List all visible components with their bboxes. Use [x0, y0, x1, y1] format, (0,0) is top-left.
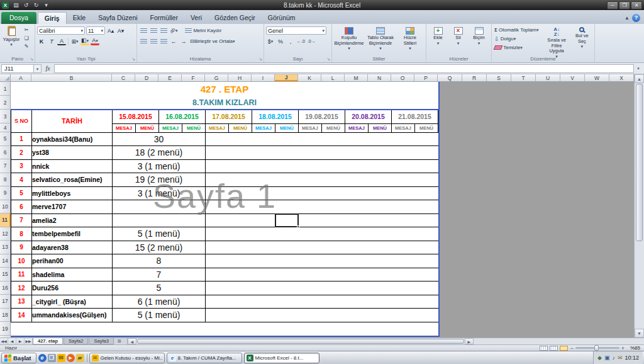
column-header-Q[interactable]: Q [438, 74, 462, 81]
cell-name-6[interactable]: merve1707 [32, 200, 113, 214]
cell-rest-12[interactable] [206, 282, 438, 295]
sheet-tab-3[interactable]: Sayfa3 [89, 338, 113, 344]
cell-name-10[interactable]: perihan00 [32, 254, 113, 268]
cell-styles-button[interactable]: Hücre Stilleri ▾ [397, 26, 423, 55]
cell-mesaj-5[interactable]: 3 (1 menü) [113, 186, 206, 200]
decrease-indent-icon[interactable]: ← [169, 37, 178, 45]
bold-button[interactable]: K [37, 37, 46, 45]
cell-rest-5[interactable] [206, 186, 438, 200]
orientation-icon[interactable]: ab▾ [169, 26, 178, 35]
zoom-in-icon[interactable]: + [621, 346, 625, 351]
align-top-icon[interactable] [139, 26, 148, 35]
wrap-text-button[interactable]: Metni Kaydır [184, 26, 222, 35]
column-header-N[interactable]: N [368, 74, 391, 81]
column-header-H[interactable]: H [228, 74, 252, 81]
cell-rest-7[interactable] [206, 213, 438, 227]
column-header-L[interactable]: L [321, 74, 345, 81]
sheet-title-etap[interactable]: 427 . ETAP [11, 82, 438, 96]
scroll-up-icon[interactable]: ▲ [635, 74, 644, 83]
borders-icon[interactable]: ⊞▾ [70, 37, 79, 45]
decrease-font-icon[interactable]: A▾ [116, 26, 125, 35]
header-sno[interactable]: S NO [11, 110, 32, 132]
cell-name-7[interactable]: amelia2 [32, 213, 113, 227]
header-date-2[interactable]: 16.08.2015 [159, 110, 206, 123]
cell-rest-8[interactable] [206, 227, 438, 241]
insert-function-button[interactable]: fx [42, 65, 54, 72]
header-menu-4[interactable]: MENÜ [275, 123, 299, 132]
currency-format-icon[interactable]: $▾ [266, 37, 275, 45]
help-icon[interactable]: ? [632, 14, 640, 22]
cell-rest-3[interactable] [206, 159, 438, 173]
column-header-T[interactable]: T [511, 74, 536, 81]
row-header-5[interactable]: 5 [0, 132, 11, 146]
ribbon-tab-7[interactable]: Görünüm [262, 12, 302, 24]
fill-button[interactable]: ⇩ Dolgu▾ [494, 35, 541, 43]
sayi-dialog-launcher-icon[interactable]: ↘ [326, 57, 330, 62]
header-tarih[interactable]: TARİH [32, 110, 113, 132]
align-left-icon[interactable] [139, 37, 148, 45]
undo-icon[interactable]: ↺ [21, 1, 31, 9]
format-as-table-button[interactable]: Tablo Olarak Biçimlendir ▾ [365, 26, 396, 55]
row-header-17[interactable]: 17 [0, 295, 11, 309]
copy-icon[interactable]: ❏ [22, 34, 31, 42]
column-header-U[interactable]: U [536, 74, 560, 81]
cell-mesaj-12[interactable]: 5 [113, 282, 206, 295]
cell-sno-3[interactable]: 3 [11, 159, 32, 173]
format-painter-icon[interactable]: ✎ [22, 42, 31, 50]
zoom-slider[interactable] [575, 347, 619, 349]
insert-sheet-button[interactable]: ⊞ [114, 338, 125, 344]
ribbon-tab-2[interactable]: Ekle [67, 12, 92, 24]
redo-icon[interactable]: ↻ [31, 1, 41, 9]
cell-rest-11[interactable] [206, 268, 438, 282]
column-header-R[interactable]: R [462, 74, 487, 81]
header-date-1[interactable]: 15.08.2015 [113, 110, 159, 123]
ribbon-tab-5[interactable]: Veri [184, 12, 208, 24]
cell-sno-8[interactable]: 8 [11, 227, 32, 241]
row-header-8[interactable]: 8 [0, 173, 11, 187]
pano-dialog-launcher-icon[interactable]: ↘ [30, 57, 33, 62]
page-break-preview-icon[interactable] [560, 346, 568, 351]
header-mesaj-1[interactable]: MESAJ [113, 123, 136, 132]
decrease-decimal-icon[interactable]: .0→ [307, 37, 316, 45]
minimize-button[interactable]: ─ [607, 1, 618, 9]
column-header-C[interactable]: C [112, 74, 135, 81]
row-header-18[interactable]: 18 [0, 309, 11, 322]
sheet-canvas[interactable]: 427 . ETAP8.TAKIM KIZLARIS NOTARİH15.08.… [11, 82, 634, 338]
hizalama-dialog-launcher-icon[interactable]: ↘ [258, 57, 262, 62]
cell-rest-9[interactable] [206, 241, 438, 254]
conditional-formatting-button[interactable]: Koşullu Biçimlendirme ▾ [334, 26, 364, 55]
cell-sno-12[interactable]: 12 [11, 282, 32, 295]
name-box[interactable]: J11 [1, 64, 34, 73]
taskbar-task-2[interactable]: e8. Takım / CUMA Zayıfla... [167, 353, 242, 363]
header-date-3[interactable]: 17.08.2015 [206, 110, 252, 123]
cell-mesaj-7[interactable] [113, 213, 206, 227]
header-mesaj-5[interactable]: MESAJ [299, 123, 322, 132]
cell-rest-1[interactable] [206, 132, 438, 146]
row-header-16[interactable]: 16 [0, 282, 11, 295]
number-format-select[interactable]: Genel▾ [266, 26, 326, 35]
yazi-tipi-dialog-launcher-icon[interactable]: ↘ [131, 57, 135, 62]
cell-rest-4[interactable] [206, 173, 438, 187]
name-box-dropdown-icon[interactable]: ▾ [34, 64, 42, 73]
increase-font-icon[interactable]: A▴ [106, 26, 115, 35]
percent-format-icon[interactable]: % [276, 37, 285, 45]
row-header-12[interactable]: 12 [0, 227, 11, 241]
insert-cells-button[interactable]: + Ekle ▾ [428, 26, 448, 55]
cell-mesaj-11[interactable]: 7 [113, 268, 206, 282]
cell-name-14[interactable]: ummandakises(Gülşen) [32, 309, 113, 322]
volume-tray-icon[interactable]: ♪ [612, 355, 615, 361]
cell-mesaj-6[interactable] [113, 200, 206, 214]
comma-format-icon[interactable]: , [286, 37, 295, 45]
normal-view-icon[interactable] [540, 346, 548, 351]
cell-name-3[interactable]: nnick [32, 159, 113, 173]
sheet-tab-1[interactable]: 427. etap [33, 338, 63, 344]
save-icon[interactable]: ▤ [11, 1, 21, 9]
cell-sno-4[interactable]: 4 [11, 173, 32, 187]
increase-indent-icon[interactable]: → [179, 37, 188, 45]
sheet-tab-2[interactable]: Sayfa2 [64, 338, 88, 344]
maximize-button[interactable]: ❐ [619, 1, 630, 9]
show-desktop-icon[interactable]: ❐ [48, 354, 56, 362]
fill-color-icon[interactable]: ◧▾ [80, 37, 89, 45]
header-date-7[interactable]: 21.08.2015 [392, 110, 438, 123]
cell-name-12[interactable]: Duru256 [32, 282, 113, 295]
